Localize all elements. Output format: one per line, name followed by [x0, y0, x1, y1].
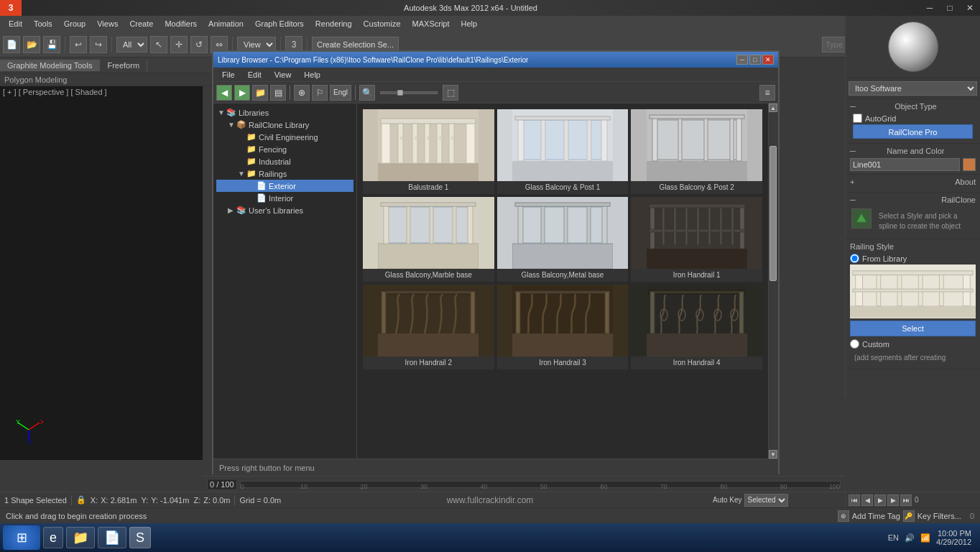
menu-maxscript[interactable]: MAXScript [407, 18, 456, 29]
minimize-btn[interactable]: ─ [920, 0, 940, 16]
add-time-tag-icon[interactable]: ⊕ [838, 510, 849, 522]
lib-menu-edit[interactable]: Edit [242, 70, 267, 80]
freeform-btn[interactable]: Freeform [100, 60, 147, 71]
lib-zoom-fit-btn[interactable]: 🔍 [359, 85, 375, 101]
grid-item-2[interactable]: Glass Balcony & Post 2 [631, 109, 762, 194]
autogrid-checkbox[interactable] [853, 114, 862, 123]
railclone-pro-btn[interactable]: RailClone Pro [853, 124, 973, 139]
grid-item-0[interactable]: Balustrade 1 [363, 109, 494, 194]
grid-item-5[interactable]: Iron Handrail 1 [631, 197, 762, 282]
menu-rendering[interactable]: Rendering [310, 18, 358, 29]
tree-root[interactable]: ▼ 📚 Libraries [216, 106, 353, 119]
start-button[interactable]: ⊞ [3, 525, 40, 550]
svg-rect-78 [708, 208, 711, 245]
menu-tools[interactable]: Tools [28, 18, 58, 29]
rotate-btn[interactable]: ↺ [190, 36, 208, 53]
graphite-modeling-tools-btn[interactable]: Graphite Modeling Tools [0, 60, 100, 71]
key-filter-icon[interactable]: 🔑 [903, 510, 915, 522]
main-menu: Edit Tools Group Views Create Modifiers … [0, 16, 980, 32]
open-btn[interactable]: 📂 [23, 36, 40, 53]
selected-dropdown[interactable]: Selected [744, 494, 788, 507]
prev-frame-btn[interactable]: ⏮ [849, 494, 860, 506]
maximize-btn[interactable]: □ [940, 0, 960, 16]
lib-minimize-btn[interactable]: ─ [736, 55, 748, 65]
lib-filter-btn[interactable]: ⬚ [443, 85, 458, 101]
tree-industrial[interactable]: 📁 Industrial [216, 155, 353, 167]
select-btn[interactable]: Select [850, 321, 976, 336]
tree-railings[interactable]: ▼ 📁 Railings [216, 167, 353, 180]
thumb-5 [631, 197, 762, 269]
key-filters-label[interactable]: Key Filters... [917, 512, 961, 520]
menu-group[interactable]: Group [58, 18, 92, 29]
taskbar-folder[interactable]: 📁 [66, 527, 95, 548]
lib-menu-view[interactable]: View [269, 70, 297, 80]
play-btn[interactable]: ▶ [874, 494, 886, 506]
next-key-btn[interactable]: ▶ [887, 494, 899, 506]
lib-folder-btn[interactable]: 📁 [252, 85, 268, 101]
grid-item-1[interactable]: Glass Balcony & Post 1 [497, 109, 629, 194]
timeline-track[interactable]: 0 10 20 30 40 50 60 70 80 90 100 [240, 481, 841, 488]
lib-menu-help[interactable]: Help [298, 70, 326, 80]
grid-item-7[interactable]: Iron Handrail 3 [497, 285, 629, 369]
menu-views[interactable]: Views [91, 18, 124, 29]
tree-users-libraries[interactable]: ▶ 📚 User's Libraries [216, 204, 353, 216]
menu-create[interactable]: Create [124, 18, 159, 29]
selection-filter-dropdown[interactable]: All [116, 37, 147, 52]
tree-civil-engineering[interactable]: 📁 Civil Engineering [216, 131, 353, 143]
from-library-radio-input[interactable] [850, 254, 859, 263]
svg-rect-56 [453, 204, 456, 244]
save-btn[interactable]: 💾 [43, 36, 60, 53]
prev-key-btn[interactable]: ◀ [861, 494, 873, 506]
svg-rect-67 [515, 203, 610, 206]
lib-add-btn[interactable]: ⊕ [294, 85, 310, 101]
scroll-thumb[interactable] [769, 146, 777, 281]
custom-radio-input[interactable] [850, 339, 859, 349]
redo-btn[interactable]: ↪ [90, 36, 107, 53]
lib-close-btn[interactable]: ✕ [762, 55, 774, 65]
menu-edit[interactable]: Edit [3, 18, 28, 29]
lib-menu-file[interactable]: File [216, 70, 241, 80]
lib-view-btn[interactable]: ▤ [270, 85, 286, 101]
tree-railclone-library[interactable]: ▼ 📦 RailClone Library [216, 119, 353, 131]
lib-maximize-btn[interactable]: □ [749, 55, 761, 65]
taskbar-docs[interactable]: 📄 [98, 527, 126, 548]
close-btn[interactable]: ✕ [960, 0, 980, 16]
taskbar-3dsmax[interactable]: S [129, 527, 151, 548]
svg-rect-18 [378, 163, 479, 181]
grid-item-4[interactable]: Glass Balcony,Metal base [497, 197, 629, 282]
next-frame-btn[interactable]: ⏭ [900, 494, 912, 506]
lib-flag-btn[interactable]: ⚐ [312, 85, 328, 101]
frame-counter[interactable]: 0 / 100 [207, 479, 237, 490]
lib-back-btn[interactable]: ◀ [216, 85, 232, 101]
scroll-down-btn[interactable]: ▼ [769, 450, 777, 459]
undo-btn[interactable]: ↩ [70, 36, 87, 53]
grid-item-3[interactable]: Glass Balcony,Marble base [363, 197, 494, 282]
object-color-swatch[interactable] [963, 158, 976, 171]
taskbar-ie[interactable]: e [43, 527, 63, 548]
lib-zoom-handle[interactable] [397, 90, 403, 96]
engl-label: Engl [330, 85, 351, 101]
new-btn[interactable]: 📄 [3, 36, 20, 53]
grid-item-6[interactable]: Iron Handrail 2 [363, 285, 494, 369]
tree-interior[interactable]: 📄 Interior [216, 192, 353, 204]
lib-forward-btn[interactable]: ▶ [234, 85, 250, 101]
app-controls: ─ □ ✕ [920, 0, 980, 16]
tree-fencing[interactable]: 📁 Fencing [216, 143, 353, 155]
itoo-dropdown[interactable]: Itoo Software [849, 81, 977, 96]
menu-customize[interactable]: Customize [358, 18, 407, 29]
lib-search-btn[interactable]: ≡ [759, 85, 775, 101]
menu-graph-editors[interactable]: Graph Editors [249, 18, 310, 29]
scroll-up-btn[interactable]: ▲ [769, 104, 777, 112]
svg-rect-37 [564, 118, 568, 161]
add-time-tag-label[interactable]: Add Time Tag [852, 512, 900, 520]
railing-preview [850, 264, 976, 318]
menu-modifiers[interactable]: Modifiers [159, 18, 203, 29]
grid-item-8[interactable]: Iron Handrail 4 [631, 285, 762, 369]
select-btn[interactable]: ↖ [150, 36, 167, 53]
tree-exterior[interactable]: 📄 Exterior [216, 180, 353, 192]
menu-help[interactable]: Help [456, 18, 484, 29]
object-name-input[interactable] [850, 158, 960, 171]
hint-bar: Click and drag to begin creation process… [0, 507, 980, 523]
move-btn[interactable]: ✛ [170, 36, 188, 53]
menu-animation[interactable]: Animation [203, 18, 249, 29]
